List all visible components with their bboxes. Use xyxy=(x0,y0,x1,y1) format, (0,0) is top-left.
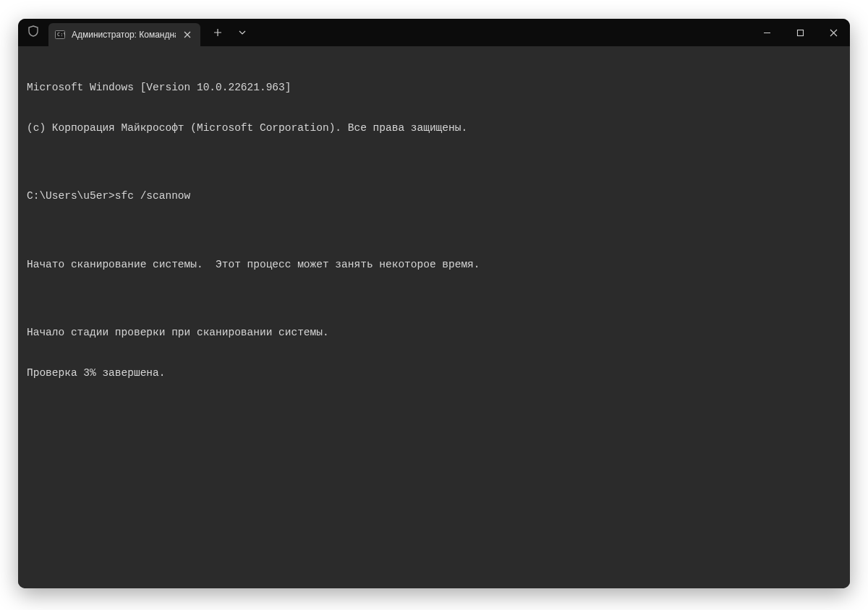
tab-active[interactable]: C:\ Администратор: Командна xyxy=(48,23,200,46)
terminal-line: (c) Корпорация Майкрософт (Microsoft Cor… xyxy=(27,121,841,135)
terminal-icon: C:\ xyxy=(54,29,66,40)
terminal-window: C:\ Администратор: Командна xyxy=(18,19,850,588)
terminal-body[interactable]: Microsoft Windows [Version 10.0.22621.96… xyxy=(18,46,850,588)
terminal-line: C:\Users\u5er>sfc /scannow xyxy=(27,189,841,203)
tab-close-button[interactable] xyxy=(182,29,193,40)
titlebar-actions xyxy=(200,22,254,43)
maximize-button[interactable] xyxy=(783,19,817,46)
tab-title: Администратор: Командна xyxy=(72,30,176,40)
titlebar-left: C:\ Администратор: Командна xyxy=(18,19,750,46)
terminal-line: Microsoft Windows [Version 10.0.22621.96… xyxy=(27,81,841,95)
svg-text:C:\: C:\ xyxy=(57,32,65,38)
close-button[interactable] xyxy=(817,19,850,46)
terminal-line: Начало стадии проверки при сканировании … xyxy=(27,326,841,340)
window-controls xyxy=(750,19,850,46)
svg-rect-2 xyxy=(797,30,803,35)
terminal-line: Проверка 3% завершена. xyxy=(27,366,841,380)
titlebar: C:\ Администратор: Командна xyxy=(18,19,850,46)
new-tab-button[interactable] xyxy=(206,22,229,43)
tab-dropdown-button[interactable] xyxy=(231,22,254,43)
shield-icon-wrap xyxy=(18,19,48,46)
shield-icon xyxy=(27,25,39,40)
minimize-button[interactable] xyxy=(750,19,783,46)
terminal-line: Начато сканирование системы. Этот процес… xyxy=(27,258,841,272)
tabs-area: C:\ Администратор: Командна xyxy=(48,19,200,46)
